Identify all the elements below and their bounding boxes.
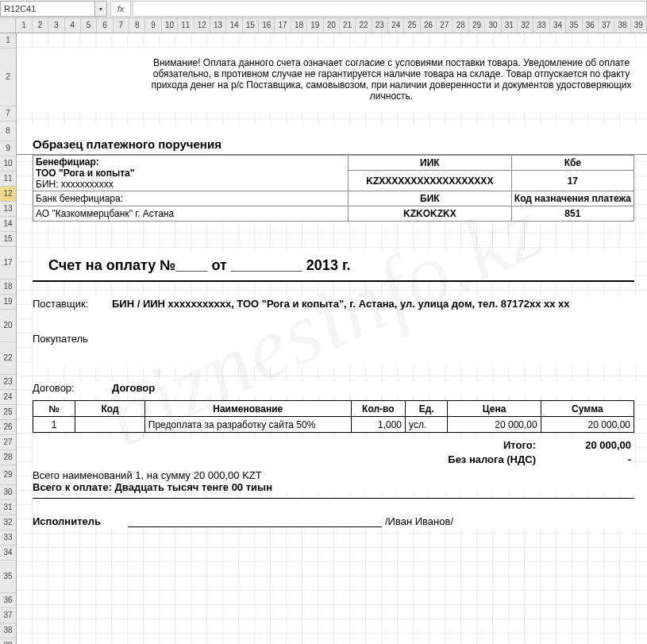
cell-qty: 1,000	[351, 417, 405, 433]
col-code: Код	[75, 401, 145, 417]
col-header[interactable]: 10	[162, 18, 178, 33]
col-qty: Кол-во	[351, 401, 405, 417]
col-header[interactable]: 38	[614, 18, 630, 33]
row-header[interactable]: 27	[0, 435, 16, 450]
col-header[interactable]: 15	[243, 18, 259, 33]
row-header[interactable]: 23	[0, 375, 16, 390]
column-headers: 1 2 3 4 5 6 7 8 9 10 11 12 13 14 15 16 1…	[0, 18, 647, 33]
col-header[interactable]: 14	[226, 18, 242, 33]
col-header[interactable]: 12	[194, 18, 210, 33]
row-header[interactable]: 33	[0, 530, 16, 546]
executor-label: Исполнитель	[33, 515, 128, 527]
col-header[interactable]: 9	[145, 18, 161, 33]
col-header[interactable]: 29	[469, 18, 485, 33]
col-header[interactable]: 30	[485, 18, 501, 33]
row-header[interactable]: 20	[0, 310, 16, 342]
col-header[interactable]: 39	[631, 18, 647, 33]
row-header[interactable]: 2	[0, 48, 16, 106]
col-unit: Ед.	[406, 401, 448, 417]
row-header[interactable]: 13	[0, 202, 16, 217]
spreadsheet-grid[interactable]: 1 2 7 8 9 10 11 12 13 14 15 17 18 19 20 …	[0, 33, 647, 644]
col-header[interactable]: 11	[178, 18, 194, 33]
row-header[interactable]: 24	[0, 390, 16, 405]
fx-button[interactable]: fx	[110, 1, 131, 17]
col-header[interactable]: 35	[566, 18, 582, 33]
row-header[interactable]: 1	[0, 33, 16, 48]
row-header[interactable]: 8	[0, 121, 16, 141]
row-header[interactable]: 35	[0, 561, 16, 593]
beneficiary-name: ТОО "Рога и копыта"	[36, 168, 345, 179]
row-header[interactable]: 14	[0, 217, 16, 232]
col-header[interactable]: 32	[518, 18, 533, 33]
row-header[interactable]: 10	[0, 156, 16, 172]
row-header[interactable]: 18	[0, 280, 16, 295]
col-header[interactable]: 1	[16, 18, 32, 33]
knp-value: 851	[511, 206, 634, 222]
row-header-selected[interactable]: 12	[0, 187, 16, 202]
cell-price: 20 000,00	[448, 417, 541, 433]
row-header[interactable]: 36	[0, 593, 16, 608]
row-header[interactable]: 30	[0, 485, 16, 500]
row-header[interactable]: 34	[0, 546, 16, 561]
col-header[interactable]: 19	[307, 18, 323, 33]
col-header[interactable]: 33	[533, 18, 549, 33]
select-all-corner[interactable]	[0, 18, 16, 33]
col-header[interactable]: 34	[550, 18, 566, 33]
iik-value: KZXXXXXXXXXXXXXXXXXX	[349, 171, 512, 191]
col-header[interactable]: 21	[340, 18, 356, 33]
row-header[interactable]: 28	[0, 450, 16, 465]
col-header[interactable]: 20	[324, 18, 340, 33]
col-name: Наименование	[144, 401, 351, 417]
row-header[interactable]: 19	[0, 295, 16, 310]
formula-input[interactable]	[133, 1, 647, 17]
items-table: № Код Наименование Кол-во Ед. Цена Сумма…	[33, 400, 634, 433]
col-header[interactable]: 26	[421, 18, 437, 33]
col-header[interactable]: 22	[356, 18, 372, 33]
contract-label: Договор:	[33, 382, 112, 394]
row-header[interactable]: 11	[0, 172, 16, 187]
col-header[interactable]: 25	[404, 18, 420, 33]
col-header[interactable]: 36	[583, 18, 599, 33]
novat-label: Без налога (НДС)	[349, 453, 536, 465]
table-row: 1 Предоплата за разработку сайта 50% 1,0…	[33, 417, 634, 433]
col-header[interactable]: 28	[453, 18, 469, 33]
col-header[interactable]: 37	[599, 18, 614, 33]
total-label: Итого:	[349, 439, 536, 451]
row-header[interactable]: 7	[0, 106, 16, 121]
name-box-dropdown[interactable]: ▾	[95, 1, 107, 17]
col-header[interactable]: 2	[33, 18, 48, 33]
col-header[interactable]: 23	[372, 18, 388, 33]
col-header[interactable]: 18	[291, 18, 307, 33]
row-header[interactable]: 15	[0, 232, 16, 247]
col-header[interactable]: 4	[65, 18, 81, 33]
col-header[interactable]: 31	[502, 18, 518, 33]
col-header[interactable]: 16	[259, 18, 275, 33]
col-header[interactable]: 27	[437, 18, 453, 33]
col-header[interactable]: 8	[129, 18, 145, 33]
row-header[interactable]: 29	[0, 465, 16, 485]
row-header[interactable]: 26	[0, 420, 16, 435]
knp-label: Код назначения платежа	[511, 191, 634, 206]
col-header[interactable]: 13	[210, 18, 226, 33]
row-header[interactable]: 32	[0, 515, 16, 530]
kbe-label: Кбе	[511, 156, 634, 171]
col-header[interactable]: 6	[97, 18, 113, 33]
totals: Итого: 20 000,00 Без налога (НДС) -	[33, 438, 634, 466]
name-box[interactable]: R12C41	[0, 1, 95, 17]
col-header[interactable]: 17	[275, 18, 291, 33]
row-header[interactable]: 9	[0, 141, 16, 156]
row-header[interactable]: 17	[0, 247, 16, 280]
row-header[interactable]: 31	[0, 500, 16, 515]
col-header[interactable]: 24	[388, 18, 404, 33]
col-header[interactable]: 7	[114, 18, 129, 33]
col-header[interactable]: 5	[81, 18, 97, 33]
col-no: №	[33, 401, 75, 417]
row-header[interactable]: 22	[0, 342, 16, 375]
col-header[interactable]: 3	[48, 18, 64, 33]
row-header[interactable]: 25	[0, 405, 16, 420]
row-header[interactable]: 39	[0, 638, 16, 644]
row-header[interactable]: 37	[0, 608, 16, 623]
supplier-value: БИН / ИИН ххххххххххх, ТОО "Рога и копыт…	[112, 298, 647, 330]
row-header[interactable]: 38	[0, 623, 16, 638]
row-headers: 1 2 7 8 9 10 11 12 13 14 15 17 18 19 20 …	[0, 33, 17, 644]
